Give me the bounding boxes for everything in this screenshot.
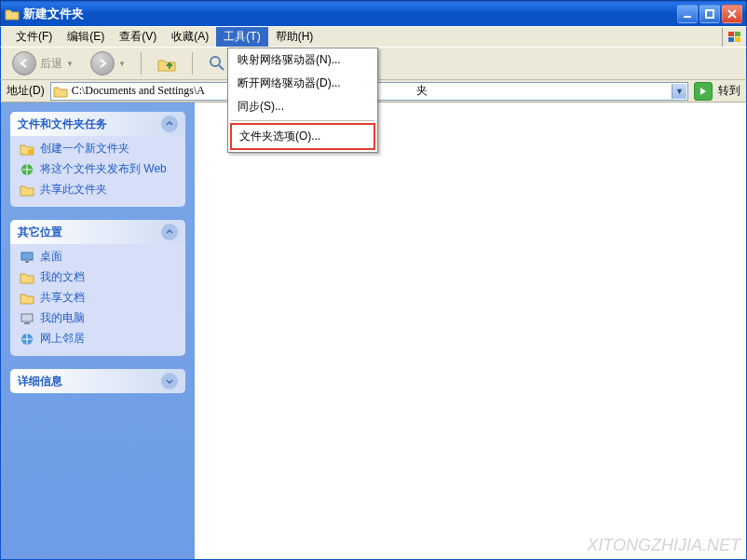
task-group-header[interactable]: 其它位置 bbox=[10, 220, 185, 244]
svg-rect-1 bbox=[706, 10, 713, 18]
menuitem-disconnect-network-drive[interactable]: 断开网络驱动器(D)... bbox=[228, 72, 377, 95]
toolbar-separator bbox=[141, 52, 142, 75]
svg-point-7 bbox=[211, 57, 220, 66]
svg-rect-11 bbox=[21, 253, 33, 260]
task-link-label: 网上邻居 bbox=[40, 332, 85, 346]
task-share-folder[interactable]: 共享此文件夹 bbox=[20, 183, 176, 198]
svg-rect-5 bbox=[735, 37, 740, 42]
menu-separator bbox=[231, 120, 374, 121]
menu-help[interactable]: 帮助(H) bbox=[268, 27, 321, 47]
link-shared-documents[interactable]: 共享文档 bbox=[20, 291, 176, 306]
my-documents-icon bbox=[20, 270, 34, 285]
desktop-icon bbox=[20, 250, 34, 265]
address-label: 地址(D) bbox=[7, 83, 45, 99]
titlebar: 新建文件夹 bbox=[0, 0, 747, 26]
network-places-icon bbox=[20, 332, 34, 347]
menuitem-sync[interactable]: 同步(S)... bbox=[228, 95, 377, 118]
search-icon bbox=[208, 54, 226, 73]
tools-dropdown: 映射网络驱动器(N)... 断开网络驱动器(D)... 同步(S)... 文件夹… bbox=[227, 48, 378, 153]
expand-icon bbox=[161, 373, 178, 389]
windows-flag-icon bbox=[722, 28, 746, 47]
task-group-title: 其它位置 bbox=[18, 225, 62, 240]
svg-rect-12 bbox=[25, 261, 29, 263]
task-link-label: 我的电脑 bbox=[40, 311, 85, 325]
task-group-details: 详细信息 bbox=[10, 369, 185, 393]
task-link-label: 共享文档 bbox=[40, 291, 85, 305]
web-publish-icon bbox=[20, 162, 34, 177]
task-publish-web[interactable]: 将这个文件夹发布到 Web bbox=[20, 162, 176, 177]
address-partial-text: 夹 bbox=[416, 83, 428, 99]
task-link-label: 共享此文件夹 bbox=[40, 183, 107, 197]
window-controls bbox=[677, 5, 742, 23]
toolbar-separator bbox=[192, 52, 193, 75]
task-group-file-folder: 文件和文件夹任务 创建一个新文件夹 将这个文件夹发布到 Web 共享此文件夹 bbox=[10, 112, 185, 207]
go-button[interactable] bbox=[694, 82, 713, 101]
collapse-icon bbox=[161, 116, 178, 132]
watermark: XITONGZHIJIA.NET bbox=[587, 536, 740, 555]
link-my-documents[interactable]: 我的文档 bbox=[20, 270, 176, 285]
minimize-button[interactable] bbox=[677, 5, 698, 23]
task-link-label: 创建一个新文件夹 bbox=[40, 142, 129, 156]
back-dropdown-icon: ▼ bbox=[66, 60, 74, 68]
task-link-label: 将这个文件夹发布到 Web bbox=[40, 162, 167, 176]
task-group-header[interactable]: 文件和文件夹任务 bbox=[10, 112, 185, 136]
shared-documents-icon bbox=[20, 291, 34, 306]
content-pane[interactable] bbox=[195, 102, 746, 559]
main-area: 文件和文件夹任务 创建一个新文件夹 将这个文件夹发布到 Web 共享此文件夹 bbox=[0, 102, 747, 560]
task-create-folder[interactable]: 创建一个新文件夹 bbox=[20, 142, 176, 157]
my-computer-icon bbox=[20, 311, 34, 326]
collapse-icon bbox=[161, 224, 178, 240]
svg-rect-13 bbox=[21, 314, 33, 321]
link-network-places[interactable]: 网上邻居 bbox=[20, 332, 176, 347]
back-button[interactable]: 后退 ▼ bbox=[7, 49, 79, 77]
svg-line-8 bbox=[219, 65, 224, 70]
forward-dropdown-icon: ▼ bbox=[118, 60, 126, 68]
close-button[interactable] bbox=[722, 5, 742, 23]
task-group-title: 文件和文件夹任务 bbox=[18, 116, 107, 132]
window-title: 新建文件夹 bbox=[23, 6, 677, 22]
svg-rect-3 bbox=[735, 32, 740, 36]
svg-rect-0 bbox=[684, 16, 691, 18]
menuitem-map-network-drive[interactable]: 映射网络驱动器(N)... bbox=[228, 48, 377, 72]
link-my-computer[interactable]: 我的电脑 bbox=[20, 311, 176, 326]
task-group-body: 创建一个新文件夹 将这个文件夹发布到 Web 共享此文件夹 bbox=[10, 136, 185, 207]
task-group-header[interactable]: 详细信息 bbox=[10, 369, 185, 393]
address-dropdown-button[interactable]: ▼ bbox=[672, 84, 686, 99]
maximize-button[interactable] bbox=[699, 5, 720, 23]
menuitem-folder-options[interactable]: 文件夹选项(O)... bbox=[230, 123, 375, 150]
folder-icon bbox=[53, 84, 68, 99]
menu-file[interactable]: 文件(F) bbox=[8, 27, 60, 47]
task-group-body: 桌面 我的文档 共享文档 我的电脑 网上邻居 bbox=[10, 244, 185, 356]
svg-rect-14 bbox=[24, 322, 30, 324]
go-label: 转到 bbox=[718, 83, 740, 99]
task-pane: 文件和文件夹任务 创建一个新文件夹 将这个文件夹发布到 Web 共享此文件夹 bbox=[1, 102, 195, 559]
back-arrow-icon bbox=[12, 51, 36, 75]
forward-arrow-icon bbox=[90, 51, 115, 75]
up-button[interactable] bbox=[151, 52, 183, 75]
menu-favorites[interactable]: 收藏(A) bbox=[164, 27, 216, 47]
new-folder-icon bbox=[20, 142, 34, 157]
task-link-label: 我的文档 bbox=[40, 270, 85, 284]
task-link-label: 桌面 bbox=[40, 250, 62, 264]
menu-view[interactable]: 查看(V) bbox=[112, 27, 164, 47]
svg-rect-2 bbox=[728, 32, 734, 36]
link-desktop[interactable]: 桌面 bbox=[20, 250, 176, 265]
share-folder-icon bbox=[20, 183, 34, 198]
folder-icon bbox=[5, 7, 20, 21]
svg-point-9 bbox=[28, 149, 34, 155]
svg-rect-4 bbox=[728, 37, 734, 42]
task-group-other-places: 其它位置 桌面 我的文档 共享文档 bbox=[10, 220, 185, 356]
forward-button[interactable]: ▼ bbox=[85, 49, 131, 77]
back-label: 后退 bbox=[40, 56, 62, 72]
menu-edit[interactable]: 编辑(E) bbox=[60, 27, 112, 47]
menubar: 文件(F) 编辑(E) 查看(V) 收藏(A) 工具(T) 帮助(H) 映射网络… bbox=[0, 26, 747, 47]
up-folder-icon bbox=[156, 54, 177, 73]
menu-tools[interactable]: 工具(T) bbox=[216, 27, 267, 47]
task-group-title: 详细信息 bbox=[18, 374, 62, 389]
address-path: C:\Documents and Settings\A bbox=[72, 84, 205, 98]
